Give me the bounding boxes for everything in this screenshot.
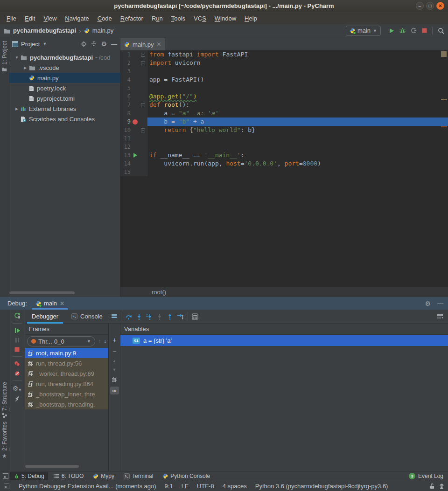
close-tab-icon[interactable]: ✕ (157, 41, 161, 48)
breadcrumb-file[interactable]: main.py (92, 27, 114, 34)
resume-icon[interactable] (14, 328, 20, 333)
run-configuration-select[interactable]: main ▼ (346, 26, 381, 36)
code-line-9[interactable]: 9 b = "b" + a (120, 118, 448, 126)
gutter[interactable]: 15 (120, 168, 147, 176)
minimize-button[interactable]: – (416, 2, 424, 10)
expanded-arrow-icon[interactable]: ▼ (13, 55, 21, 60)
tab-console[interactable]: Console (67, 310, 107, 324)
tree-item--vscode[interactable]: ▶.vscode (9, 62, 120, 73)
code-text[interactable]: return {"hello world": b} (147, 126, 448, 134)
pause-icon[interactable] (15, 338, 20, 343)
menu-window[interactable]: Window (211, 14, 240, 23)
hide-icon[interactable]: — (111, 41, 117, 47)
gutter[interactable]: 9 (120, 118, 147, 126)
step-into-icon[interactable] (136, 313, 142, 320)
mute-breakpoints-icon[interactable] (14, 371, 20, 376)
maximize-button[interactable]: □ (426, 2, 434, 10)
layout-options-icon[interactable] (437, 313, 443, 319)
frame-row[interactable]: run, threading.py:864 (25, 379, 108, 389)
toolwindow-button-5-debug[interactable]: 5: Debug (10, 472, 48, 480)
gutter[interactable]: 8 (120, 109, 147, 118)
tool-window-tab-project[interactable]: 1: Project (0, 41, 9, 71)
error-stripe-warning-mark[interactable] (441, 99, 447, 100)
code-line-15[interactable]: 15 (120, 168, 448, 176)
debug-icon[interactable] (399, 28, 406, 34)
code-line-14[interactable]: 14 uvicorn.run(app, host='0.0.0.0', port… (120, 159, 448, 168)
code-line-3[interactable]: 3 (120, 67, 448, 76)
menu-run[interactable]: Run (148, 14, 167, 23)
force-step-into-icon[interactable] (146, 313, 153, 320)
code-text[interactable]: @app.get("/") (147, 92, 448, 101)
code-text[interactable]: from fastapi import FastAPI (147, 50, 448, 59)
fold-marker-icon[interactable] (140, 50, 147, 59)
toolwindow-button-python-console[interactable]: Python Console (159, 472, 214, 480)
coverage-icon[interactable] (411, 28, 417, 34)
breakpoint-dot[interactable] (133, 119, 138, 124)
project-view-selector[interactable]: Project ▼ (21, 41, 47, 48)
step-over-icon[interactable] (125, 313, 132, 320)
layout-lines-icon[interactable] (111, 314, 117, 319)
tree-item-pyproject-toml[interactable]: pyproject.toml (9, 93, 120, 104)
previous-frame-icon[interactable]: ↑ (98, 338, 101, 345)
frame-row[interactable]: _bootstrap_inner, thre (25, 389, 108, 399)
tool-window-tab-favorites[interactable]: 2: Favorites ★ (0, 422, 9, 459)
move-up-icon[interactable]: ▲ (112, 359, 117, 363)
menu-file[interactable]: File (3, 14, 20, 23)
toolwindow-button-6-todo[interactable]: 6: TODO (50, 472, 88, 480)
code-text[interactable] (147, 67, 448, 76)
tree-item-scratches-and-consoles[interactable]: Scratches and Consoles (9, 114, 120, 124)
menu-navigate[interactable]: Navigate (61, 14, 92, 23)
code-line-13[interactable]: 13if __name__ == '__main__': (120, 151, 448, 159)
run-arrow[interactable] (133, 153, 137, 158)
code-editor[interactable]: 1from fastapi import FastAPI2import uvic… (120, 50, 448, 287)
code-line-5[interactable]: 5 (120, 84, 448, 92)
code-text[interactable]: import uvicorn (147, 59, 448, 67)
step-into-my-code-icon[interactable] (156, 313, 163, 320)
gutter[interactable]: 3 (120, 67, 147, 76)
menu-help[interactable]: Help (241, 14, 261, 23)
menu-tools[interactable]: Tools (168, 14, 189, 23)
code-line-6[interactable]: 6@app.get("/") (120, 92, 448, 101)
indent-setting[interactable]: 4 spaces (223, 483, 247, 490)
breadcrumb-scope[interactable]: root() (152, 289, 166, 296)
toolwindow-button-terminal[interactable]: Terminal (120, 472, 157, 480)
run-line-icon[interactable] (131, 151, 140, 159)
menu-refactor[interactable]: Refactor (117, 14, 147, 23)
status-message[interactable]: Python Debugger Extension Avail... (mome… (19, 483, 156, 490)
debug-session-tab[interactable]: main ✕ (32, 297, 68, 310)
code-text[interactable]: a = "a" a: 'a' (147, 109, 448, 118)
code-line-8[interactable]: 8 a = "a" a: 'a' (120, 109, 448, 118)
collapsed-arrow-icon[interactable]: ▶ (13, 107, 21, 111)
search-icon[interactable] (438, 28, 444, 34)
inspector-icon[interactable] (439, 483, 444, 489)
interpreter[interactable]: Python 3.6 (pycharmdebugfastapi-9cdjtyrg… (255, 483, 388, 490)
evaluate-icon[interactable] (192, 313, 198, 320)
tree-item-main-py[interactable]: main.py (9, 73, 120, 83)
menu-code[interactable]: Code (94, 14, 116, 23)
move-down-icon[interactable]: ▼ (112, 368, 117, 372)
gutter[interactable]: 6 (120, 92, 147, 101)
close-button[interactable]: ✕ (436, 2, 444, 10)
unlock-icon[interactable] (430, 483, 434, 489)
collapse-all-icon[interactable] (91, 41, 97, 47)
gutter[interactable]: 2 (120, 59, 147, 67)
close-session-icon[interactable]: ✕ (60, 300, 64, 307)
tool-window-tab-structure[interactable]: 7: Structure (0, 382, 9, 418)
collapsed-arrow-icon[interactable]: ▶ (21, 66, 29, 70)
gutter[interactable]: 10 (120, 126, 147, 134)
code-line-7[interactable]: 7def root(): (120, 101, 448, 109)
code-text[interactable] (147, 84, 448, 92)
code-text[interactable]: if __name__ == '__main__': (147, 151, 448, 159)
gutter[interactable]: 7 (120, 101, 147, 109)
code-text[interactable]: b = "b" + a (147, 118, 448, 126)
variable-row[interactable]: 01a = {str} 'a' (120, 335, 448, 346)
tree-item-poetry-lock[interactable]: poetry.lock (9, 83, 120, 93)
breadcrumb-project[interactable]: pycharmdebugfastapi (13, 27, 76, 34)
code-text[interactable]: uvicorn.run(app, host='0.0.0.0', port=80… (147, 159, 448, 168)
duplicate-watch-icon[interactable] (112, 377, 117, 382)
view-breakpoints-icon[interactable] (14, 361, 21, 367)
code-line-12[interactable]: 12 (120, 143, 448, 151)
frames-horizontal-scrollbar[interactable] (25, 465, 79, 468)
frame-row[interactable]: run, thread.py:56 (25, 358, 108, 368)
run-to-cursor-icon[interactable] (177, 313, 184, 320)
